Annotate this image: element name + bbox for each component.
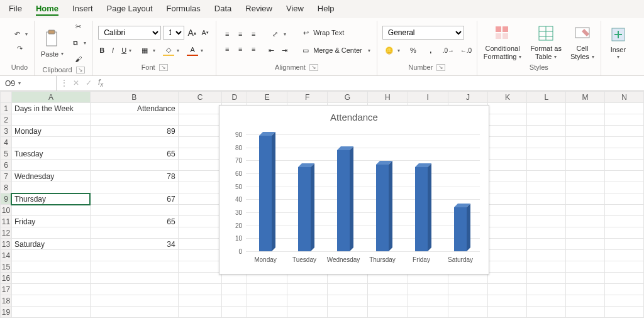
row-header-18[interactable]: 18	[1, 295, 12, 307]
wrap-text-button[interactable]: ↩Wrap Text	[299, 26, 345, 40]
cell-E19[interactable]	[247, 307, 287, 318]
column-header-J[interactable]: J	[448, 92, 488, 103]
row-header-10[interactable]: 10	[1, 205, 12, 216]
cell-J17[interactable]	[448, 284, 488, 295]
cell-J19[interactable]	[448, 307, 488, 318]
cell-N2[interactable]	[605, 114, 644, 126]
align-bottom-button[interactable]: ≡	[248, 28, 259, 40]
cell-H18[interactable]	[367, 295, 408, 307]
cell-L4[interactable]	[527, 137, 566, 148]
menu-help[interactable]: Help	[318, 4, 335, 16]
cell-F19[interactable]	[287, 307, 328, 318]
cell-B10[interactable]	[90, 205, 178, 216]
cell-B7[interactable]: 78	[90, 171, 178, 182]
cell-L9[interactable]	[527, 193, 566, 205]
redo-button[interactable]: ↷	[13, 42, 26, 56]
column-header-M[interactable]: M	[566, 92, 605, 103]
cell-K10[interactable]	[488, 205, 527, 216]
cell-B15[interactable]	[90, 261, 178, 273]
cell-C13[interactable]	[178, 239, 222, 250]
cell-M15[interactable]	[566, 261, 605, 273]
cell-N1[interactable]	[605, 103, 644, 114]
column-header-A[interactable]: A	[11, 92, 90, 103]
cell-K18[interactable]	[488, 295, 527, 307]
row-header-19[interactable]: 19	[1, 307, 12, 318]
cell-I19[interactable]	[408, 307, 448, 318]
menu-home[interactable]: Home	[36, 4, 58, 16]
cell-D17[interactable]	[222, 284, 247, 295]
align-middle-button[interactable]: ≡	[235, 28, 246, 40]
cell-L3[interactable]	[527, 126, 566, 137]
cell-H17[interactable]	[367, 284, 408, 295]
cell-A19[interactable]	[11, 307, 90, 318]
cell-F17[interactable]	[287, 284, 328, 295]
cell-M10[interactable]	[566, 205, 605, 216]
cell-C11[interactable]	[178, 216, 222, 227]
cell-K14[interactable]	[488, 250, 527, 261]
cell-B14[interactable]	[90, 250, 178, 261]
row-header-11[interactable]: 11	[1, 216, 12, 227]
row-header-15[interactable]: 15	[1, 261, 12, 273]
cell-M4[interactable]	[566, 137, 605, 148]
cell-A9[interactable]: Thursday	[11, 193, 90, 205]
menu-insert[interactable]: Insert	[72, 4, 93, 16]
cell-B3[interactable]: 89	[90, 126, 178, 137]
column-header-G[interactable]: G	[328, 92, 368, 103]
cell-M9[interactable]	[566, 193, 605, 205]
copy-button[interactable]: ⧉▾	[69, 36, 87, 50]
percent-button[interactable]: %	[408, 45, 419, 56]
cell-K19[interactable]	[488, 307, 527, 318]
row-header-16[interactable]: 16	[1, 273, 12, 284]
cell-B19[interactable]	[90, 307, 178, 318]
row-header-3[interactable]: 3	[1, 126, 12, 137]
cell-G19[interactable]	[328, 307, 368, 318]
cell-C2[interactable]	[178, 114, 222, 126]
cell-L14[interactable]	[527, 250, 566, 261]
menu-review[interactable]: Review	[245, 4, 272, 16]
cell-B18[interactable]	[90, 295, 178, 307]
cell-K4[interactable]	[488, 137, 527, 148]
cell-K13[interactable]	[488, 239, 527, 250]
cell-C9[interactable]	[178, 193, 222, 205]
cell-N16[interactable]	[605, 273, 644, 284]
column-header-E[interactable]: E	[247, 92, 287, 103]
cell-C3[interactable]	[178, 126, 222, 137]
row-header-12[interactable]: 12	[1, 227, 12, 239]
cell-B5[interactable]: 65	[90, 148, 178, 160]
align-top-button[interactable]: ≡	[221, 28, 233, 40]
cell-N5[interactable]	[605, 148, 644, 160]
cell-M3[interactable]	[566, 126, 605, 137]
cell-N8[interactable]	[605, 182, 644, 193]
cell-L12[interactable]	[527, 227, 566, 239]
cell-G18[interactable]	[328, 295, 368, 307]
cell-N11[interactable]	[605, 216, 644, 227]
cell-C18[interactable]	[178, 295, 222, 307]
menu-file[interactable]: File	[9, 4, 22, 16]
increase-decimal-button[interactable]: .0→	[443, 45, 454, 56]
enter-formula-button[interactable]: ✓	[84, 77, 93, 89]
cell-N14[interactable]	[605, 250, 644, 261]
cell-G17[interactable]	[328, 284, 368, 295]
cell-A13[interactable]: Saturday	[11, 239, 90, 250]
cell-A7[interactable]: Wednesday	[11, 171, 90, 182]
column-header-C[interactable]: C	[178, 92, 222, 103]
decrease-indent-button[interactable]: ⇤	[265, 45, 277, 56]
insert-function-button[interactable]: fx	[97, 77, 104, 89]
cell-F18[interactable]	[287, 295, 328, 307]
cell-D18[interactable]	[222, 295, 247, 307]
font-size-select[interactable]: 11	[163, 26, 184, 40]
cell-K1[interactable]	[488, 103, 527, 114]
cell-A18[interactable]	[11, 295, 90, 307]
cell-A3[interactable]: Monday	[11, 126, 90, 137]
cell-B13[interactable]: 34	[90, 239, 178, 250]
cancel-formula-button[interactable]: ✕	[72, 77, 80, 89]
cell-K16[interactable]	[488, 273, 527, 284]
cell-N12[interactable]	[605, 227, 644, 239]
cell-M11[interactable]	[566, 216, 605, 227]
column-header-H[interactable]: H	[367, 92, 408, 103]
cell-K12[interactable]	[488, 227, 527, 239]
cell-C17[interactable]	[178, 284, 222, 295]
cell-M8[interactable]	[566, 182, 605, 193]
column-header-N[interactable]: N	[605, 92, 644, 103]
cell-K7[interactable]	[488, 171, 527, 182]
